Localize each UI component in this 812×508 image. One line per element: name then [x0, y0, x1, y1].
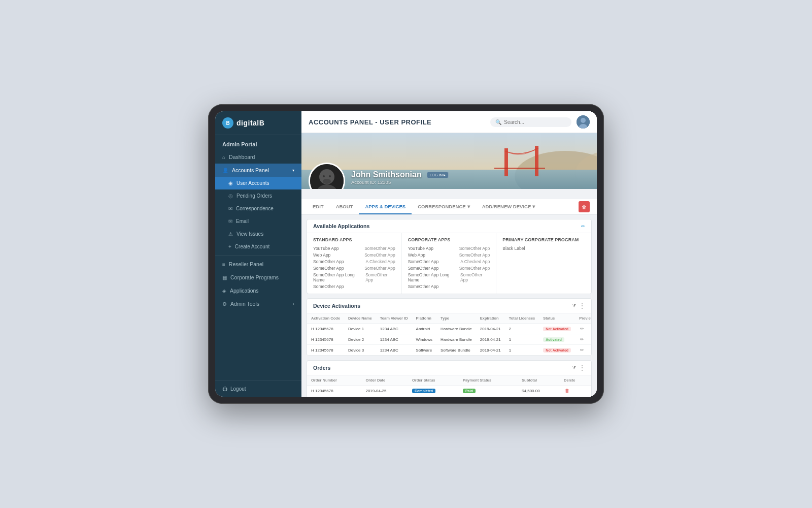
- search-input[interactable]: [504, 119, 566, 125]
- app-name-left: SomeOther App: [313, 259, 344, 264]
- preview-icon[interactable]: ✏: [580, 337, 584, 342]
- col-payment-status: Payment Status: [459, 375, 518, 386]
- payment-status: Paid: [459, 386, 518, 396]
- svg-point-15: [323, 179, 331, 184]
- devices-section-header: Device Activations ⧩ ⋮: [307, 299, 591, 313]
- search-bar: 🔍: [490, 117, 571, 127]
- primary-corporate-column: Primary Corporate Program Black Label: [496, 233, 591, 294]
- tab-apps-devices[interactable]: APPS & DEVICES: [359, 200, 412, 214]
- preview-action[interactable]: ✏: [575, 324, 591, 334]
- app-item: Web App SomeOther App: [408, 251, 490, 258]
- order-status: Pending: [408, 396, 459, 397]
- sidebar-item-label: Email: [236, 218, 249, 224]
- status-badge: Activated: [543, 337, 564, 342]
- payment-status: Not Paid: [459, 396, 518, 397]
- app-name-right: A Checked App: [366, 259, 395, 264]
- app-name-right: SomeOther App: [364, 252, 395, 258]
- total-licenses: 2: [505, 324, 539, 334]
- app-name-right: A Checked App: [460, 259, 490, 264]
- preview-action[interactable]: ✏: [575, 334, 591, 345]
- tab-edit[interactable]: EDIT: [307, 200, 330, 214]
- col-total-licenses: Total Licenses: [505, 313, 539, 324]
- sidebar-item-dashboard[interactable]: ⌂ Dashboard: [215, 150, 301, 164]
- subtotal: $3,200.00: [518, 396, 560, 397]
- total-licenses: 1: [505, 334, 539, 345]
- sidebar-item-correspondence[interactable]: ✉ Correspondence: [215, 202, 301, 215]
- sidebar-item-admin-tools[interactable]: ⚙ Admin Tools ›: [215, 297, 301, 310]
- app-name-left: SomeOther App: [313, 284, 344, 289]
- table-row: H 12345678 Device 1 1234 ABC Android Har…: [307, 324, 591, 334]
- app-item: SomeOther App: [408, 283, 490, 290]
- order-delete[interactable]: 🗑: [560, 386, 591, 396]
- admin-portal-title: Admin Portal: [215, 135, 301, 150]
- sidebar-item-pending-orders[interactable]: ◎ Pending Orders: [215, 189, 301, 202]
- svg-rect-6: [301, 170, 597, 189]
- create-account-icon: +: [228, 244, 231, 249]
- filter-icon[interactable]: ⧩: [572, 365, 576, 371]
- col-expiration: Expiration: [476, 313, 505, 324]
- sidebar-item-applications[interactable]: ◈ Applications: [215, 284, 301, 297]
- sidebar-item-label: Corporate Programs: [230, 274, 279, 280]
- apps-grid: Standard Apps YouTube App SomeOther App …: [307, 233, 591, 294]
- more-icon[interactable]: ⋮: [579, 364, 585, 371]
- sidebar-item-create-account[interactable]: + Create Account: [215, 240, 301, 253]
- col-order-date: Order Date: [361, 375, 408, 386]
- preview-icon[interactable]: ✏: [580, 326, 584, 331]
- profile-banner: John Smithsonian LOG IN ▸ Account ID: 12…: [301, 133, 597, 189]
- reseller-icon: ≡: [222, 262, 225, 267]
- tablet-frame: B digitalB Admin Portal ⌂ Dashboard 👤 Ac…: [208, 104, 604, 404]
- profile-name: John Smithsonian: [351, 170, 422, 179]
- tab-about[interactable]: ABOUT: [330, 200, 359, 214]
- sidebar-item-label: Dashboard: [229, 154, 255, 160]
- orders-section: Orders ⧩ ⋮ Order Number: [307, 360, 592, 397]
- sidebar-item-label: Accounts Panel: [232, 167, 269, 173]
- sidebar-item-view-issues[interactable]: ⚠ View Issues: [215, 228, 301, 240]
- team-viewer-id: 1234 ABC: [376, 345, 412, 356]
- logout-label: Logout: [230, 386, 246, 392]
- order-delete[interactable]: 🗑: [560, 396, 591, 397]
- preview-action[interactable]: ✏: [575, 345, 591, 356]
- order-date: 2019-04-25: [361, 396, 408, 397]
- app-item: SomeOther App Long Name SomeOther App: [313, 271, 395, 283]
- login-badge[interactable]: LOG IN ▸: [427, 172, 449, 178]
- order-number: H 12345678: [307, 386, 361, 396]
- app-item: SomeOther App Long Name SomeOther App: [408, 271, 490, 283]
- col-order-status: Order Status: [408, 375, 459, 386]
- preview-icon[interactable]: ✏: [580, 347, 584, 353]
- app-item: SomeOther App: [313, 283, 395, 290]
- tab-correspondence[interactable]: CORRESPONDENCE▾: [412, 200, 476, 214]
- col-preview: Preview: [575, 313, 591, 324]
- sidebar-item-label: Reseller Panel: [229, 261, 263, 267]
- devices-section-title: Device Activations: [313, 303, 360, 309]
- delete-icon[interactable]: 🗑: [565, 388, 569, 393]
- standard-apps-column: Standard Apps YouTube App SomeOther App …: [307, 233, 402, 294]
- sidebar-item-label: View Issues: [236, 231, 263, 237]
- platform: Windows: [412, 334, 436, 345]
- more-icon[interactable]: ⋮: [579, 302, 585, 309]
- team-viewer-id: 1234 ABC: [376, 324, 412, 334]
- app-name-right: SomeOther App: [459, 246, 490, 251]
- order-date: 2019-04-25: [361, 386, 408, 396]
- sidebar-item-reseller-panel[interactable]: ≡ Reseller Panel: [215, 258, 301, 271]
- content-area: John Smithsonian LOG IN ▸ Account ID: 12…: [301, 133, 597, 397]
- accounts-icon: 👤: [222, 168, 228, 173]
- apps-edit-icon[interactable]: ✏: [581, 224, 585, 229]
- sidebar-nav: ⌂ Dashboard 👤 Accounts Panel ▾ ◉ User Ac…: [215, 150, 301, 380]
- logout-item[interactable]: ⏻ Logout: [215, 380, 301, 397]
- svg-rect-8: [535, 146, 538, 176]
- sidebar-item-corporate-programs[interactable]: ▦ Corporate Programs: [215, 271, 301, 284]
- app-name-left: Web App: [313, 252, 330, 258]
- standard-apps-title: Standard Apps: [313, 237, 395, 242]
- tab-add-renew[interactable]: ADD/RENEW DEVICE▾: [476, 200, 542, 214]
- total-licenses: 1: [505, 345, 539, 356]
- orders-section-actions: ⧩ ⋮: [572, 364, 585, 371]
- filter-icon[interactable]: ⧩: [572, 303, 576, 309]
- delete-profile-button[interactable]: 🗑: [579, 201, 590, 212]
- sidebar-item-accounts-panel[interactable]: 👤 Accounts Panel ▾: [215, 164, 301, 177]
- sidebar-item-user-accounts[interactable]: ◉ User Accounts: [215, 177, 301, 189]
- sidebar-item-email[interactable]: ✉ Email: [215, 215, 301, 228]
- order-number: H 12345678: [307, 396, 361, 397]
- col-subtotal: Subtotal: [518, 375, 560, 386]
- app-name-left: Web App: [408, 252, 425, 258]
- banner-background: John Smithsonian LOG IN ▸ Account ID: 12…: [301, 133, 597, 189]
